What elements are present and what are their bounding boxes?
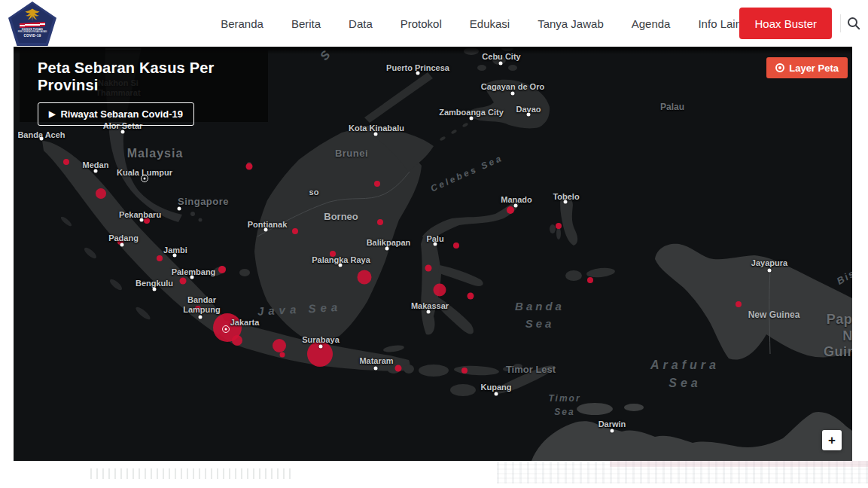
- case-marker[interactable]: [395, 365, 402, 372]
- land-melville: [577, 403, 613, 415]
- city-dot-balikpapan: [385, 247, 389, 251]
- bullseye-icon: [775, 63, 784, 72]
- top-navbar: GUGUS TUGAS PERCEPATAN PENANGANAN COVID-…: [0, 0, 868, 47]
- map-label-pontianak: Pontianak: [248, 220, 288, 230]
- land-belitung: [239, 269, 250, 276]
- case-marker[interactable]: [374, 181, 380, 187]
- search-icon: [847, 17, 860, 30]
- sea-label-timor-sea: Timor Sea: [548, 392, 580, 419]
- nav-item-info-lain[interactable]: Info Lain: [698, 17, 742, 30]
- city-dot-kota-kinabalu: [374, 133, 378, 136]
- land-visayas3: [508, 65, 517, 71]
- land-lombok: [404, 364, 414, 374]
- play-icon: ▶: [49, 109, 55, 119]
- covid19-task-force-logo[interactable]: GUGUS TUGAS PERCEPATAN PENANGANAN COVID-…: [8, 2, 56, 46]
- city-dot-banda-aceh: [40, 137, 44, 141]
- nav-item-edukasi[interactable]: Edukasi: [470, 17, 510, 30]
- map-label-bandar-lampung: Bandar Lampung: [183, 295, 221, 314]
- land-sulawesi-east: [438, 265, 483, 286]
- zoom-in-button[interactable]: +: [822, 430, 842, 450]
- case-marker[interactable]: [736, 301, 742, 307]
- map-label-cebu-city: Cebu City: [482, 52, 520, 62]
- city-dot-tobelo: [564, 200, 568, 204]
- land-simeulue: [59, 215, 73, 227]
- land-riau-island2: [199, 218, 203, 222]
- city-dot-zamboanga-city: [470, 117, 474, 120]
- case-marker[interactable]: [507, 206, 514, 214]
- layer-peta-button[interactable]: Layer Peta: [766, 57, 848, 78]
- land-flores: [454, 364, 500, 376]
- red-white-banner: [20, 22, 45, 28]
- city-dot-pekanbaru: [140, 218, 144, 222]
- land-pagai: [134, 305, 152, 322]
- region-label-timor-lest: Timor Lest: [506, 364, 556, 376]
- case-marker[interactable]: [434, 284, 446, 297]
- city-dot-alor-setar: [121, 130, 125, 134]
- case-marker[interactable]: [377, 219, 383, 225]
- nav-item-data[interactable]: Data: [349, 17, 373, 30]
- nav-item-beranda[interactable]: Beranda: [221, 17, 263, 30]
- land-siberut: [108, 278, 123, 292]
- region-label-new-guinea: New Guinea: [748, 310, 800, 320]
- city-dot-manado: [514, 204, 518, 208]
- region-label-palau: Palau: [660, 102, 684, 112]
- land-visayas2: [477, 65, 486, 71]
- nav-item-berita[interactable]: Berita: [291, 17, 321, 30]
- map-label-medan: Medan: [83, 160, 109, 170]
- land-sulu1: [440, 136, 446, 141]
- nav-divider: [840, 14, 841, 32]
- city-dot-palu: [434, 242, 437, 246]
- search-button[interactable]: [845, 16, 862, 32]
- hoax-buster-button[interactable]: Hoax Buster: [739, 8, 832, 39]
- page-bottom-strip: [0, 461, 868, 488]
- city-ring-kuala-lumpur: [141, 175, 148, 182]
- case-marker[interactable]: [292, 228, 298, 234]
- land-bathurst: [624, 404, 644, 411]
- city-dot-medan: [94, 169, 98, 173]
- case-marker[interactable]: [246, 163, 253, 170]
- nav-item-agenda[interactable]: Agenda: [632, 17, 671, 30]
- city-dot-bengkulu: [153, 288, 157, 291]
- case-marker[interactable]: [273, 339, 286, 352]
- case-marker[interactable]: [63, 159, 69, 165]
- case-marker[interactable]: [425, 265, 432, 272]
- city-dot-darwin: [611, 429, 614, 433]
- region-label-borneo: Borneo: [324, 211, 358, 223]
- map-label-makassar: Makassar: [411, 301, 449, 311]
- nav-item-tanya-jawab[interactable]: Tanya Jawab: [538, 17, 604, 30]
- case-marker[interactable]: [556, 223, 562, 229]
- map-label-jakarta: Jakarta: [230, 318, 260, 328]
- case-marker[interactable]: [96, 188, 106, 199]
- case-marker[interactable]: [232, 335, 242, 346]
- city-dot-palembang: [190, 276, 194, 279]
- land-australia: [531, 412, 852, 461]
- land-maluku-island2: [556, 227, 561, 239]
- covid-distribution-map[interactable]: Banda AcehAlor SetarMedanKuala LumpurPek…: [14, 47, 852, 461]
- city-dot-jayapura: [768, 269, 772, 273]
- region-label-singapore: Singapore: [178, 196, 229, 208]
- land-sulu2: [451, 129, 458, 134]
- land-sumba: [450, 384, 476, 396]
- case-marker[interactable]: [358, 270, 372, 285]
- riwayat-sebaran-button[interactable]: ▶ Riwayat Sebaran Covid-19: [38, 102, 194, 126]
- map-label-bengkulu: Bengkulu: [136, 279, 173, 288]
- main-nav: BerandaBeritaDataProtokolEdukasiTanya Ja…: [221, 0, 742, 47]
- map-label-padang: Padang: [108, 233, 139, 243]
- map-label-so: so: [309, 188, 319, 197]
- land-nias: [83, 246, 98, 261]
- land-bohol: [501, 47, 513, 51]
- case-marker[interactable]: [461, 368, 468, 374]
- case-marker[interactable]: [218, 266, 226, 273]
- city-dot-pontianak: [264, 228, 268, 232]
- city-dot-palangka-raya: [339, 264, 343, 267]
- sea-label-banda-sea: Banda Sea: [515, 298, 565, 332]
- land-maluku-island: [550, 224, 556, 233]
- case-marker[interactable]: [468, 293, 474, 300]
- case-marker[interactable]: [587, 277, 593, 283]
- logo-pentagon: GUGUS TUGAS PERCEPATAN PENANGANAN COVID-…: [11, 4, 53, 43]
- case-marker[interactable]: [157, 255, 163, 261]
- case-marker[interactable]: [280, 352, 285, 358]
- nav-item-protokol[interactable]: Protokol: [400, 17, 442, 30]
- case-marker[interactable]: [453, 242, 459, 249]
- case-marker[interactable]: [180, 278, 187, 285]
